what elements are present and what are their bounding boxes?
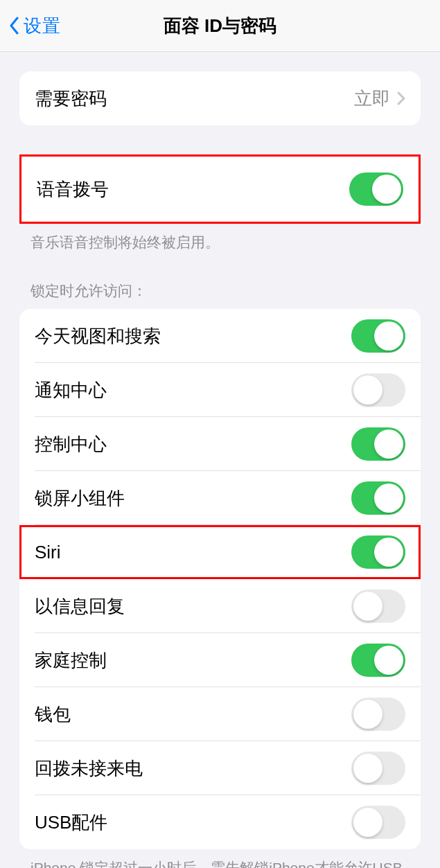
toggle-knob — [353, 754, 382, 783]
toggle-knob — [353, 700, 382, 729]
lock-access-toggle[interactable] — [351, 644, 405, 677]
voice-dial-row: 语音拨号 — [21, 157, 419, 222]
lock-access-item-label: 控制中心 — [35, 432, 107, 457]
lock-access-toggle[interactable] — [351, 752, 405, 785]
lock-access-toggle[interactable] — [351, 427, 405, 461]
lock-access-row: 通知中心 — [19, 363, 421, 417]
lock-access-row: 以信息回复 — [19, 579, 421, 633]
lock-access-toggle[interactable] — [351, 535, 405, 569]
back-label: 设置 — [24, 14, 61, 38]
require-passcode-value-text: 立即 — [354, 87, 390, 111]
back-button[interactable]: 设置 — [8, 14, 61, 38]
lock-access-row: 控制中心 — [19, 417, 421, 471]
voice-dial-footer: 音乐语音控制将始终被启用。 — [0, 224, 440, 252]
passcode-group: 需要密码 立即 — [19, 71, 421, 125]
lock-access-item-label: 锁屏小组件 — [35, 486, 125, 511]
toggle-knob — [374, 321, 403, 351]
lock-access-row: 回拨未接来电 — [19, 741, 421, 795]
toggle-knob — [353, 592, 382, 621]
voice-dial-label: 语音拨号 — [37, 177, 109, 202]
toggle-knob — [374, 429, 403, 459]
lock-access-footer: iPhone 锁定超过一小时后，需先解锁iPhone才能允许USB 配件连接。 — [0, 849, 440, 868]
toggle-knob — [374, 646, 403, 675]
lock-access-row: USB配件 — [19, 795, 421, 849]
require-passcode-value: 立即 — [354, 87, 405, 111]
lock-access-header: 锁定时允许访问： — [0, 281, 440, 309]
lock-access-toggle[interactable] — [351, 698, 405, 731]
lock-access-item-label: 今天视图和搜索 — [35, 324, 161, 348]
chevron-right-icon — [397, 91, 405, 105]
voice-dial-toggle[interactable] — [349, 172, 403, 206]
lock-access-item-label: 以信息回复 — [35, 594, 125, 619]
require-passcode-label: 需要密码 — [35, 87, 107, 111]
lock-access-toggle[interactable] — [351, 481, 405, 515]
toggle-knob — [353, 375, 382, 405]
lock-access-item-label: USB配件 — [35, 811, 107, 835]
lock-access-row: 今天视图和搜索 — [19, 309, 421, 363]
page-title: 面容 ID与密码 — [164, 14, 276, 38]
toggle-knob — [372, 175, 401, 204]
lock-access-toggle[interactable] — [351, 319, 405, 353]
lock-access-row: 家庭控制 — [19, 633, 421, 687]
lock-access-toggle[interactable] — [351, 590, 405, 623]
toggle-knob — [374, 484, 403, 513]
lock-access-item-label: 通知中心 — [35, 378, 107, 402]
lock-access-group: 今天视图和搜索通知中心控制中心锁屏小组件Siri以信息回复家庭控制钱包回拨未接来… — [19, 309, 421, 849]
lock-access-item-label: 回拨未接来电 — [35, 756, 143, 781]
content-area: 需要密码 立即 语音拨号 音乐语音控制将始终被启用。 锁定时允许访问： 今天视图… — [0, 52, 440, 868]
lock-access-row: 钱包 — [19, 687, 421, 741]
chevron-left-icon — [8, 16, 21, 35]
require-passcode-row[interactable]: 需要密码 立即 — [19, 71, 421, 125]
lock-access-item-label: 钱包 — [35, 702, 71, 727]
lock-access-toggle[interactable] — [351, 806, 405, 839]
toggle-knob — [374, 538, 403, 567]
lock-access-row: 锁屏小组件 — [19, 471, 421, 525]
nav-header: 设置 面容 ID与密码 — [0, 0, 440, 52]
voice-dial-highlight: 语音拨号 — [19, 154, 421, 224]
lock-access-row: Siri — [19, 525, 421, 579]
lock-access-item-label: 家庭控制 — [35, 648, 107, 673]
lock-access-toggle[interactable] — [351, 373, 405, 407]
toggle-knob — [353, 808, 382, 837]
lock-access-item-label: Siri — [35, 542, 61, 563]
